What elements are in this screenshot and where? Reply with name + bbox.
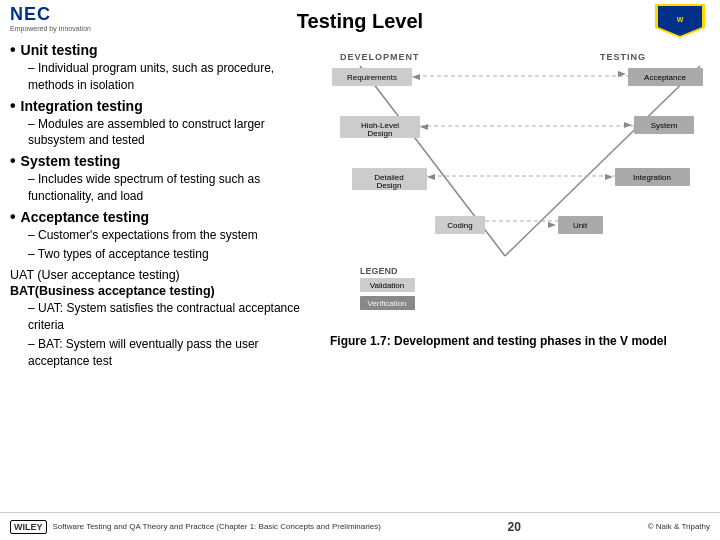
bullet-system-testing: • System testing Includes wide spectrum … — [10, 153, 322, 205]
bullet-acceptance-testing: • Acceptance testing Customer's expectat… — [10, 209, 322, 263]
right-panel: DEVELOPMENT TESTING Requirements High-Le… — [330, 42, 710, 502]
bullet-integration-testing: • Integration testing Modules are assemb… — [10, 98, 322, 150]
svg-text:W: W — [677, 16, 684, 23]
svg-text:Integration: Integration — [633, 173, 671, 182]
uat-line: UAT (User acceptance testing) — [10, 268, 322, 282]
bat-sub2: BAT: System will eventually pass the use… — [10, 336, 322, 370]
figure-caption: Figure 1.7: Development and testing phas… — [330, 333, 710, 350]
footer-text: Software Testing and QA Theory and Pract… — [53, 522, 381, 531]
bat-label: BAT(Business acceptance testing) — [10, 284, 215, 298]
svg-text:Acceptance: Acceptance — [644, 73, 686, 82]
svg-text:Requirements: Requirements — [347, 73, 397, 82]
svg-text:Design: Design — [377, 181, 402, 190]
v-model-diagram: DEVELOPMENT TESTING Requirements High-Le… — [330, 46, 710, 326]
system-testing-sub1: Includes wide spectrum of testing such a… — [10, 171, 322, 205]
integration-testing-sub1: Modules are assembled to construct large… — [10, 116, 322, 150]
svg-marker-37 — [548, 222, 556, 228]
svg-marker-23 — [427, 174, 435, 180]
svg-marker-18 — [420, 124, 428, 130]
svg-text:Validation: Validation — [370, 281, 405, 290]
wiley-logo: WILEY — [10, 520, 47, 534]
svg-text:LEGEND: LEGEND — [360, 266, 398, 276]
unit-testing-label: Unit testing — [21, 42, 98, 58]
footer: WILEY Software Testing and QA Theory and… — [0, 512, 720, 540]
svg-text:TESTING: TESTING — [600, 52, 646, 62]
svg-text:Verification: Verification — [367, 299, 406, 308]
svg-text:System: System — [651, 121, 678, 130]
nec-logo-sub: Empowered by Innovation — [10, 25, 91, 32]
integration-testing-label: Integration testing — [21, 98, 143, 114]
bullet-header-unit: • Unit testing — [10, 42, 322, 58]
bullet-header-integration: • Integration testing — [10, 98, 322, 114]
page-number: 20 — [508, 520, 521, 534]
nec-logo: NEC Empowered by Innovation — [10, 4, 91, 32]
svg-text:Unit: Unit — [573, 221, 588, 230]
footer-logos: WILEY Software Testing and QA Theory and… — [10, 520, 381, 534]
uat-label: UAT (User acceptance testing) — [10, 268, 180, 282]
left-panel: • Unit testing Individual program units,… — [10, 42, 330, 502]
system-testing-label: System testing — [21, 153, 121, 169]
waterloo-logo: W — [650, 4, 710, 38]
svg-text:DEVELOPMENT: DEVELOPMENT — [340, 52, 420, 62]
svg-marker-34 — [605, 174, 613, 180]
svg-text:Coding: Coding — [447, 221, 472, 230]
acceptance-testing-sub2: Two types of acceptance testing — [10, 246, 322, 263]
acceptance-testing-label: Acceptance testing — [21, 209, 149, 225]
main-content: • Unit testing Individual program units,… — [0, 42, 720, 502]
acceptance-testing-sub1: Customer's expectations from the system — [10, 227, 322, 244]
page-title: Testing Level — [297, 10, 423, 33]
svg-text:Design: Design — [368, 129, 393, 138]
nec-logo-text: NEC — [10, 4, 91, 25]
unit-testing-sub1: Individual program units, such as proced… — [10, 60, 322, 94]
bullet-header-system: • System testing — [10, 153, 322, 169]
bat-sub1: UAT: System satisfies the contractual ac… — [10, 300, 322, 334]
bullet-unit-testing: • Unit testing Individual program units,… — [10, 42, 322, 94]
footer-copyright: © Naik & Tripathy — [648, 522, 710, 531]
bullet-header-acceptance: • Acceptance testing — [10, 209, 322, 225]
bat-line: BAT(Business acceptance testing) — [10, 284, 322, 298]
svg-marker-31 — [624, 122, 632, 128]
svg-marker-13 — [412, 74, 420, 80]
header: NEC Empowered by Innovation Testing Leve… — [0, 0, 720, 42]
